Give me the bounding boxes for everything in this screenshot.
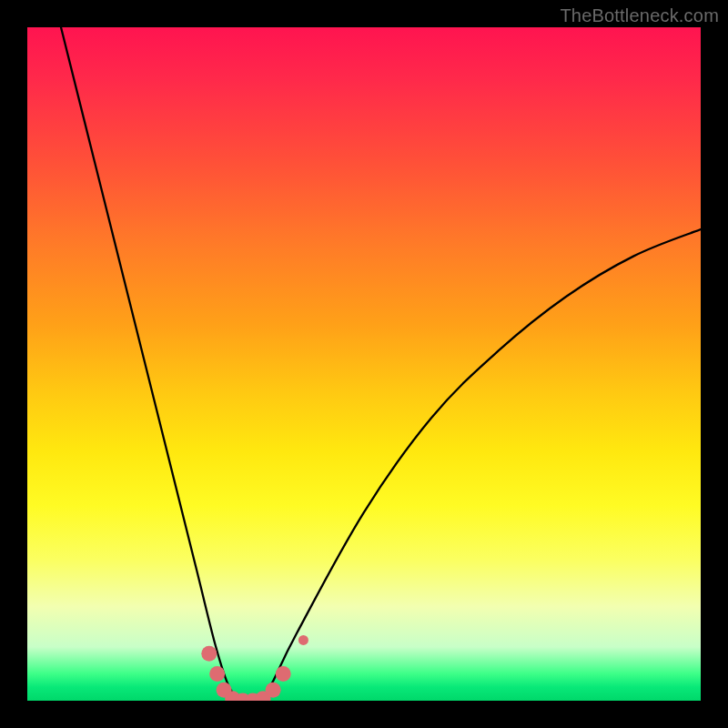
curve-markers [201,635,308,701]
curve-marker-dot [276,666,291,682]
curve-marker-dot [201,646,217,662]
chart-plot-area [27,27,701,701]
bottleneck-curve-svg [27,27,701,701]
curve-marker-dot [298,635,308,645]
watermark-text: TheBottleneck.com [560,5,719,26]
curve-marker-dot [209,666,225,682]
bottleneck-curve-path [61,27,701,701]
curve-marker-dot [266,682,281,698]
